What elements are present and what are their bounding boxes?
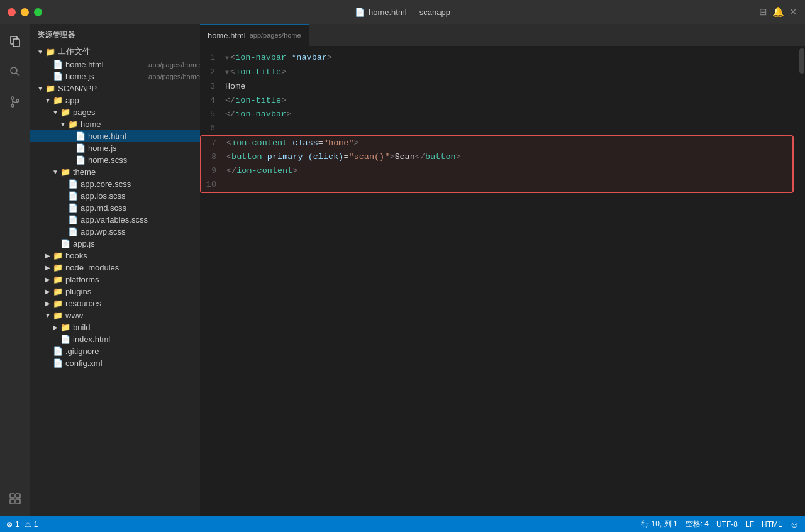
tab-path: app/pages/home <box>250 31 301 39</box>
tree-label: app.js <box>73 239 200 248</box>
tree-label: home.js <box>65 72 145 81</box>
encoding: UTF-8 <box>716 520 738 529</box>
tree-item-node-modules[interactable]: ▶📁node_modules <box>30 262 200 274</box>
tree-item--gitignore[interactable]: ▶📄.gitignore <box>30 345 200 357</box>
sidebar: 资源管理器 ▼📁工作文件▶📄home.htmlapp/pages/home▶📄h… <box>30 24 200 516</box>
tree-item-theme[interactable]: ▼📁theme <box>30 166 200 178</box>
error-count[interactable]: ⊗ 1 ⚠ 1 <box>6 520 38 529</box>
tree-sublabel: app/pages/home <box>148 61 200 69</box>
tree-arrow: ▼ <box>50 109 60 116</box>
tree-item-pages[interactable]: ▼📁pages <box>30 106 200 118</box>
line-content-4: </ion-title> <box>225 94 789 108</box>
maximize-button[interactable] <box>34 8 42 16</box>
split-editor-icon[interactable]: ⊟ <box>759 6 767 18</box>
tree-item-----[interactable]: ▼📁工作文件 <box>30 45 200 58</box>
tree-label: hooks <box>65 251 200 260</box>
code-line-1: 1▼<ion-navbar *navbar> <box>200 51 799 65</box>
folder-icon: 📁 <box>60 323 70 332</box>
tree-item-hooks[interactable]: ▶📁hooks <box>30 250 200 262</box>
folder-icon: 📁 <box>53 263 63 272</box>
tree-arrow: ▶ <box>43 252 53 259</box>
tree-sublabel: app/pages/home <box>148 73 200 80</box>
tree-item-index-html[interactable]: ▶📄index.html <box>30 333 200 345</box>
svg-line-3 <box>16 73 19 76</box>
folder-icon: 📁 <box>68 119 78 129</box>
line-content-5: </ion-navbar> <box>225 108 789 121</box>
tree-arrow: ▼ <box>43 312 53 319</box>
tree-item-app-js[interactable]: ▶📄app.js <box>30 238 200 250</box>
warning-count-label: 1 <box>34 520 38 529</box>
editor-tab-home-html[interactable]: home.html app/pages/home <box>200 24 309 46</box>
tree-item-build[interactable]: ▶📁build <box>30 321 200 333</box>
tree-label: platforms <box>65 275 200 284</box>
tree-label: app.variables.scss <box>80 215 200 224</box>
tree-item-home-js[interactable]: ▶📄home.js <box>30 142 200 154</box>
tree-item-resources[interactable]: ▶📁resources <box>30 297 200 309</box>
tree-label: .gitignore <box>65 346 200 356</box>
tree-item-platforms[interactable]: ▶📁platforms <box>30 274 200 285</box>
folder-icon: 📁 <box>60 167 70 177</box>
code-line-3: 3 Home <box>200 80 799 94</box>
line-number-9: 9 <box>201 164 226 178</box>
scrollbar-track[interactable] <box>799 46 805 516</box>
folder-icon: 📁 <box>60 108 70 117</box>
tree-item-home-html[interactable]: ▶📄home.htmlapp/pages/home <box>30 58 200 70</box>
close-button[interactable] <box>8 8 16 16</box>
svg-point-4 <box>11 97 14 99</box>
tree-item-home-scss[interactable]: ▶📄home.scss <box>30 154 200 166</box>
folder-icon: 📁 <box>53 96 63 105</box>
language-mode[interactable]: HTML <box>762 520 782 529</box>
tree-item-app-core-scss[interactable]: ▶📄app.core.scss <box>30 178 200 190</box>
tab-filename: home.html <box>208 31 246 40</box>
code-line-2: 2▼<ion-title> <box>200 65 799 80</box>
warning-icon: ⚠ <box>25 520 31 529</box>
minimize-button[interactable] <box>21 8 29 16</box>
tree-label: home.scss <box>88 155 200 165</box>
tree-item-home-html[interactable]: ▶📄home.html <box>30 130 200 142</box>
line-content-8: <button primary (click)="scan()">Scan</b… <box>226 150 782 164</box>
tree-item-scanapp[interactable]: ▼📁SCANAPP <box>30 82 200 94</box>
file-icon: 📄 <box>355 8 365 17</box>
git-activity-icon[interactable] <box>3 89 28 114</box>
notifications-icon[interactable]: 🔔 <box>772 6 784 18</box>
feedback-icon[interactable]: ☺ <box>790 519 799 529</box>
line-number-3: 3 <box>200 80 225 94</box>
tree-item-home-js[interactable]: ▶📄home.jsapp/pages/home <box>30 70 200 82</box>
titlebar-right-controls: ⊟ 🔔 ✕ <box>759 6 797 18</box>
file-icon: 📄 <box>68 203 78 213</box>
file-icon: 📄 <box>68 191 78 201</box>
line-content-10 <box>226 178 782 192</box>
tree-label: home <box>80 119 200 129</box>
file-icon: 📄 <box>75 155 86 165</box>
status-left: ⊗ 1 ⚠ 1 <box>6 520 38 529</box>
tree-item-plugins[interactable]: ▶📁plugins <box>30 285 200 297</box>
tree-arrow: ▼ <box>35 85 45 92</box>
extensions-activity-icon[interactable] <box>3 486 28 511</box>
line-number-4: 4 <box>200 94 225 108</box>
line-content-1: ▼<ion-navbar *navbar> <box>225 51 789 65</box>
search-activity-icon[interactable] <box>3 59 28 84</box>
tree-arrow: ▼ <box>43 97 53 104</box>
tree-item-app-wp-scss[interactable]: ▶📄app.wp.scss <box>30 226 200 238</box>
tree-item-app-variables-scss[interactable]: ▶📄app.variables.scss <box>30 214 200 226</box>
explorer-activity-icon[interactable] <box>3 29 28 54</box>
file-icon: 📄 <box>53 60 63 69</box>
tree-item-app[interactable]: ▼📁app <box>30 94 200 106</box>
code-line-9: 9</ion-content> <box>201 164 792 178</box>
tree-arrow: ▶ <box>43 300 53 307</box>
tree-item-www[interactable]: ▼📁www <box>30 309 200 321</box>
tree-item-home[interactable]: ▼📁home <box>30 118 200 130</box>
tree-label: home.html <box>65 60 145 69</box>
tree-arrow: ▶ <box>43 264 53 271</box>
tree-item-app-ios-scss[interactable]: ▶📄app.ios.scss <box>30 190 200 202</box>
tree-label: config.xml <box>65 358 200 368</box>
code-editor[interactable]: 1▼<ion-navbar *navbar>2▼<ion-title>3 Hom… <box>200 46 799 516</box>
close-editor-icon[interactable]: ✕ <box>789 6 797 18</box>
tree-item-config-xml[interactable]: ▶📄config.xml <box>30 357 200 369</box>
tree-item-app-md-scss[interactable]: ▶📄app.md.scss <box>30 202 200 214</box>
status-right: 行 10, 列 1 空格: 4 UTF-8 LF HTML ☺ <box>641 519 799 529</box>
file-icon: 📄 <box>75 143 86 153</box>
tree-label: pages <box>73 108 200 117</box>
line-number-6: 6 <box>200 121 225 135</box>
line-number-7: 7 <box>201 136 226 150</box>
